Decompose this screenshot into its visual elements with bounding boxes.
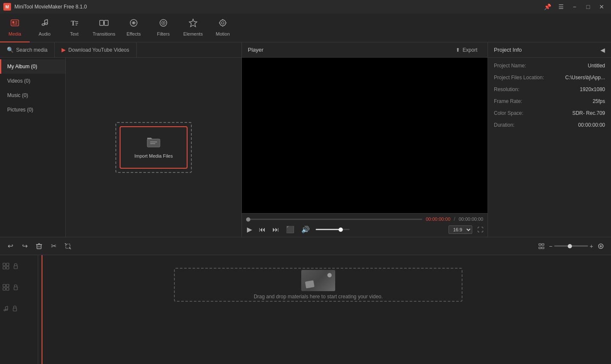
cut-button[interactable]: ✂: [48, 240, 59, 252]
svg-rect-15: [104, 20, 108, 25]
track-add-button-1[interactable]: [2, 262, 10, 272]
svg-rect-32: [147, 139, 160, 147]
aspect-ratio-select[interactable]: 16:9 9:16 1:1 4:3: [448, 225, 472, 234]
project-resolution-value: 1920x1080: [580, 86, 605, 92]
pictures-label: Pictures (0): [7, 107, 33, 113]
track-add-button-2[interactable]: [2, 283, 10, 293]
svg-rect-45: [539, 247, 541, 249]
track-lock-button-3[interactable]: [11, 305, 19, 314]
seek-bar-container: 00:00:00:00 / 00:00:00:00: [246, 216, 483, 222]
toolbar-audio[interactable]: Audio: [30, 14, 59, 42]
app-title: MiniTool MovieMaker Free 8.1.0: [14, 4, 538, 10]
volume-slider[interactable]: [316, 229, 350, 230]
svg-point-64: [6, 309, 8, 310]
collapse-button[interactable]: ◀: [600, 47, 605, 53]
toolbar-text[interactable]: T Text: [59, 14, 89, 42]
svg-point-60: [4, 309, 6, 311]
player-controls: 00:00:00:00 / 00:00:00:00 ▶ ⏮ ⏭ ⬛ 🔊 16:9…: [242, 213, 488, 237]
video-track-controls: [2, 258, 36, 275]
export-button[interactable]: ⬆ Export: [451, 45, 482, 55]
volume-button[interactable]: 🔊: [300, 225, 311, 234]
seek-thumb: [246, 217, 250, 222]
project-location-value: C:\Users\bj\App...: [565, 75, 605, 81]
track-lock-button-1[interactable]: [12, 262, 20, 271]
media-icon: [10, 18, 20, 30]
import-media-dropzone: Import Media Files: [115, 122, 192, 173]
crop-button[interactable]: [62, 240, 74, 252]
fullscreen-button[interactable]: ⛶: [477, 226, 483, 233]
zoom-out-button[interactable]: [535, 240, 547, 252]
maximize-button[interactable]: □: [582, 3, 594, 11]
sidebar-item-myalbum[interactable]: My Album (0): [0, 59, 65, 74]
stop-button[interactable]: ⬛: [285, 225, 295, 234]
search-media-button[interactable]: 🔍 Search media: [0, 42, 55, 58]
control-buttons: ▶ ⏮ ⏭ ⬛ 🔊 16:9 9:16 1:1 4:3 ⛶: [246, 225, 483, 234]
elements-icon: [188, 18, 198, 30]
content-area: 🔍 Search media ▶ Download YouTube Videos…: [0, 42, 611, 237]
project-framerate-label: Frame Rate:: [494, 98, 522, 104]
import-media-button[interactable]: Import Media Files: [120, 126, 188, 169]
drop-zone-content: Drag and drop materials here to start cr…: [254, 270, 383, 300]
toolbar-filters[interactable]: Filters: [149, 14, 178, 42]
myalbum-label: My Album (0): [7, 64, 37, 69]
project-info-header: Project Info ◀: [488, 42, 611, 58]
step-back-button[interactable]: ⏮: [258, 225, 266, 234]
media-area: Import Media Files: [66, 58, 241, 237]
project-colorspace-label: Color Space:: [494, 110, 523, 116]
text-label: Text: [70, 31, 78, 36]
placeholder-image: [301, 270, 335, 291]
project-resolution-label: Resolution:: [494, 86, 519, 92]
videos-label: Videos (0): [7, 78, 30, 84]
undo-button[interactable]: ↩: [4, 240, 16, 252]
video-canvas: [242, 58, 488, 213]
zoom-in-button[interactable]: [595, 240, 607, 252]
info-row-duration: Duration: 00:00:00:00: [494, 122, 605, 128]
music-label: Music (0): [7, 92, 28, 98]
zoom-thumb: [568, 244, 572, 248]
info-row-location: Project Files Location: C:\Users\bj\App.…: [494, 75, 605, 81]
toolbar-transitions[interactable]: Transitions: [89, 14, 119, 42]
filters-icon: [159, 18, 168, 30]
toolbar-elements[interactable]: Elements: [178, 14, 208, 42]
elements-label: Elements: [183, 31, 203, 36]
step-forward-button[interactable]: ⏭: [272, 225, 280, 234]
project-info-title: Project Info: [494, 47, 522, 53]
svg-rect-55: [3, 284, 6, 287]
title-controls: 📌 ☰ − □ ✕: [541, 3, 608, 11]
svg-text:T: T: [71, 19, 76, 27]
zoom-slider[interactable]: [554, 245, 588, 247]
toolbar-media[interactable]: Media: [0, 14, 30, 42]
pin-button[interactable]: 📌: [541, 3, 553, 11]
svg-rect-46: [542, 247, 544, 249]
folder-icon: [147, 136, 160, 151]
player-header: Player ⬆ Export: [242, 42, 488, 58]
svg-point-9: [45, 23, 48, 25]
sidebar-item-pictures[interactable]: Pictures (0): [0, 103, 65, 117]
toolbar-effects[interactable]: Effects: [119, 14, 149, 42]
menu-button[interactable]: ☰: [555, 3, 567, 11]
close-button[interactable]: ✕: [596, 3, 608, 11]
sidebar-item-music[interactable]: Music (0): [0, 88, 65, 103]
audio-track-controls: [2, 300, 36, 318]
delete-button[interactable]: [33, 240, 45, 252]
export-icon: ⬆: [456, 47, 460, 53]
timeline-tracks: Drag and drop materials here to start cr…: [38, 255, 611, 364]
transitions-icon: [99, 18, 109, 30]
project-colorspace-value: SDR- Rec.709: [572, 110, 605, 116]
svg-rect-44: [542, 244, 544, 245]
minimize-button[interactable]: −: [569, 3, 580, 11]
svg-rect-56: [6, 284, 9, 287]
volume-fill: [316, 229, 339, 230]
track-audio-icon[interactable]: [2, 305, 9, 314]
redo-button[interactable]: ↪: [19, 240, 31, 252]
volume-thumb: [339, 228, 343, 232]
project-duration-value: 00:00:00:00: [578, 122, 605, 128]
toolbar-motion[interactable]: Motion: [208, 14, 238, 42]
seek-bar[interactable]: [246, 219, 422, 220]
sidebar-item-videos[interactable]: Videos (0): [0, 74, 65, 88]
download-youtube-button[interactable]: ▶ Download YouTube Videos: [55, 42, 136, 58]
track-lock-button-2[interactable]: [12, 283, 20, 292]
play-button[interactable]: ▶: [246, 225, 253, 234]
transitions-label: Transitions: [92, 31, 115, 36]
media-label: Media: [8, 31, 21, 36]
